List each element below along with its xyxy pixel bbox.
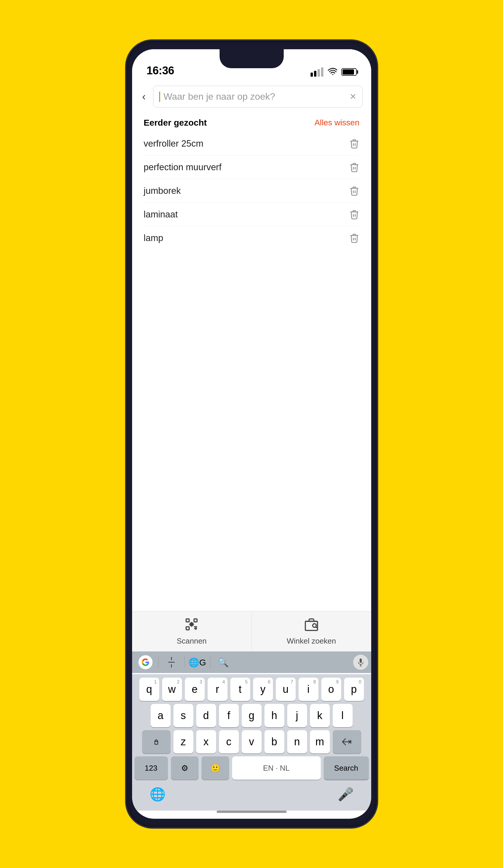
google-button[interactable]	[135, 654, 156, 671]
status-time: 16:36	[147, 64, 174, 77]
key-p[interactable]: 0p	[344, 678, 364, 701]
key-a[interactable]: a	[151, 704, 171, 727]
wifi-icon	[328, 67, 337, 77]
key-l[interactable]: l	[333, 704, 352, 727]
key-b[interactable]: b	[265, 730, 284, 753]
lens-button[interactable]: 🔍	[213, 654, 234, 671]
globe-icon[interactable]: 🌐	[150, 787, 166, 802]
key-z[interactable]: z	[174, 730, 193, 753]
store-icon	[304, 617, 319, 634]
search-item-text: lamp	[144, 233, 163, 244]
key-j[interactable]: j	[287, 704, 307, 727]
key-w[interactable]: 2w	[162, 678, 182, 701]
key-s[interactable]: s	[174, 704, 193, 727]
clear-all-button[interactable]: Alles wissen	[314, 118, 359, 127]
store-label: Winkel zoeken	[287, 637, 336, 645]
scan-label: Scannen	[177, 637, 207, 645]
search-item-text: verfroller 25cm	[144, 138, 204, 149]
key-n[interactable]: n	[287, 730, 307, 753]
search-item-text: laminaat	[144, 209, 178, 220]
search-item-text: perfection muurverf	[144, 162, 222, 173]
keyboard-row-3: z x c v b n m	[134, 730, 369, 753]
svg-rect-3	[186, 627, 189, 630]
key-m[interactable]: m	[310, 730, 330, 753]
key-c[interactable]: c	[219, 730, 239, 753]
key-o[interactable]: 9o	[321, 678, 341, 701]
svg-rect-11	[305, 621, 318, 630]
list-item[interactable]: laminaat	[144, 203, 360, 227]
keyboard-toolbar: 🌐G 🔍	[132, 651, 371, 673]
key-r[interactable]: 4r	[208, 678, 227, 701]
key-k[interactable]: k	[310, 704, 330, 727]
svg-line-13	[316, 627, 317, 628]
delete-item-icon[interactable]	[349, 233, 360, 244]
keyboard-row-2: a s d f g h j k l	[134, 704, 369, 727]
delete-item-icon[interactable]	[349, 209, 360, 220]
search-box[interactable]: Waar ben je naar op zoek? ✕	[153, 86, 362, 107]
keyboard-divider	[210, 657, 211, 668]
svg-rect-1	[186, 619, 189, 622]
key-y[interactable]: 6y	[253, 678, 273, 701]
key-f[interactable]: f	[219, 704, 239, 727]
scan-icon	[184, 617, 199, 634]
google-logo	[138, 655, 153, 669]
delete-item-icon[interactable]	[349, 186, 360, 196]
phone-frame: 16:36 ‹	[126, 41, 377, 827]
list-item[interactable]: lamp	[144, 227, 360, 250]
signal-icon	[310, 67, 324, 77]
emoji-key[interactable]: 🙂	[202, 756, 229, 780]
bottom-bar: 🌐 🎤	[132, 783, 371, 810]
content-area	[132, 253, 371, 611]
back-button[interactable]: ‹	[141, 89, 147, 104]
translate-button[interactable]: 🌐G	[187, 654, 208, 671]
search-placeholder-text: Waar ben je naar op zoek?	[164, 91, 346, 102]
keyboard-divider	[184, 657, 185, 668]
search-clear-button[interactable]: ✕	[350, 92, 356, 101]
search-cursor	[159, 92, 160, 102]
scan-button[interactable]: Scannen	[132, 611, 252, 651]
recent-title: Eerder gezocht	[144, 118, 207, 128]
home-indicator	[217, 810, 287, 813]
store-search-button[interactable]: Winkel zoeken	[252, 611, 371, 651]
phone-screen: 16:36 ‹	[132, 49, 371, 819]
list-item[interactable]: verfroller 25cm	[144, 132, 360, 156]
key-u[interactable]: 7u	[276, 678, 296, 701]
keyboard-row-4: 123 ⚙ 🙂 EN · NL Search	[134, 756, 369, 780]
list-item[interactable]: perfection muurverf	[144, 156, 360, 179]
key-g[interactable]: g	[242, 704, 261, 727]
space-key[interactable]: EN · NL	[232, 756, 321, 780]
backspace-key[interactable]	[333, 730, 361, 753]
svg-rect-2	[194, 619, 197, 622]
key-h[interactable]: h	[265, 704, 284, 727]
cursor-button[interactable]	[161, 654, 182, 671]
search-area: ‹ Waar ben je naar op zoek? ✕	[132, 81, 371, 112]
keyboard-row-1: 1q 2w 3e 4r 5t 6y 7u 8i 9o 0p	[134, 678, 369, 701]
key-i[interactable]: 8i	[299, 678, 318, 701]
key-v[interactable]: v	[242, 730, 261, 753]
svg-point-0	[332, 74, 333, 75]
search-item-text: jumborek	[144, 186, 181, 196]
battery-icon	[341, 68, 357, 76]
recent-searches-section: Eerder gezocht Alles wissen verfroller 2…	[132, 112, 371, 253]
return-key[interactable]: Search	[324, 756, 369, 780]
notch	[219, 49, 284, 68]
svg-rect-21	[155, 742, 158, 744]
mic-button-toolbar[interactable]	[353, 655, 368, 670]
status-icons	[310, 67, 357, 77]
key-q[interactable]: 1q	[140, 678, 159, 701]
delete-item-icon[interactable]	[349, 162, 360, 173]
mic-icon-bottom[interactable]: 🎤	[338, 787, 354, 802]
recent-header: Eerder gezocht Alles wissen	[144, 118, 360, 128]
list-item[interactable]: jumborek	[144, 179, 360, 203]
action-bar: Scannen Winkel zoeken	[132, 611, 371, 651]
svg-point-12	[312, 624, 316, 628]
key-x[interactable]: x	[196, 730, 216, 753]
keyboard: 1q 2w 3e 4r 5t 6y 7u 8i 9o 0p a s d f g …	[132, 674, 371, 783]
shift-key[interactable]	[142, 730, 171, 753]
key-t[interactable]: 5t	[230, 678, 250, 701]
delete-item-icon[interactable]	[349, 138, 360, 149]
num-key[interactable]: 123	[134, 756, 168, 780]
key-e[interactable]: 3e	[185, 678, 205, 701]
gear-key[interactable]: ⚙	[171, 756, 198, 780]
key-d[interactable]: d	[196, 704, 216, 727]
